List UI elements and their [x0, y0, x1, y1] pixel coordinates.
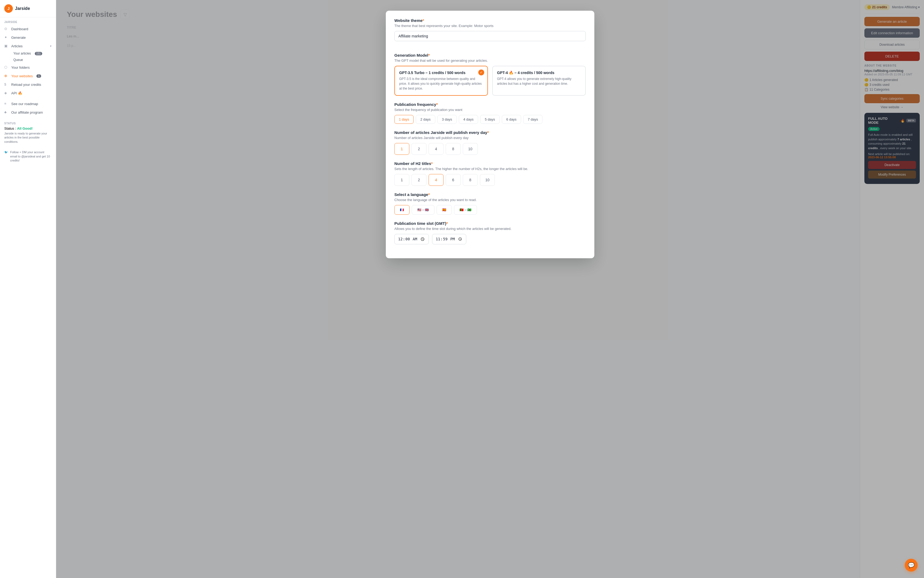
lang-label: Select a language*	[395, 192, 586, 197]
sidebar-item-roadmap[interactable]: ≡ See our roadmap	[0, 99, 56, 108]
card-title: GPT-3.5 Turbo – 1 credits / 500 words	[399, 71, 483, 75]
lang-btn-en[interactable]: 🇺🇸 – 🇬🇧	[412, 205, 434, 215]
lang-btn-es[interactable]: 🇪🇸	[437, 205, 452, 215]
h2-btn-10[interactable]: 10	[480, 174, 495, 186]
generate-icon: ✦	[4, 35, 8, 40]
flag-en: 🇺🇸 – 🇬🇧	[417, 208, 429, 212]
model-card-gpt4[interactable]: GPT-4 🔥 – 4 credits / 500 words GPT-4 al…	[492, 66, 586, 96]
sidebar-item-articles[interactable]: ▣ Articles ▾	[0, 42, 56, 50]
sidebar-item-label: Your folders	[11, 65, 30, 70]
h2-buttons: 1 2 4 6 8 10	[395, 174, 586, 186]
twitter-promo: 🐦 Follow + DM your account email to @jar…	[0, 147, 56, 166]
card-title: GPT-4 🔥 – 4 credits / 500 words	[497, 71, 581, 75]
sidebar-sub-articles: Your articles 151 Queue	[0, 50, 56, 63]
sidebar-item-label: API 🔥	[11, 91, 22, 95]
status-label-text: Status :	[4, 127, 16, 130]
chat-icon: 💬	[908, 562, 915, 568]
sidebar-item-reload-credits[interactable]: $ Reload your credits	[0, 80, 56, 89]
time-inputs	[395, 234, 586, 244]
sidebar-item-dashboard[interactable]: ⊙ Dashboard	[0, 24, 56, 33]
card-desc: GPT-3.5 is the ideal compromise between …	[399, 76, 483, 91]
sidebar-logo: J Jarside	[0, 4, 56, 17]
model-check-icon: ✓	[478, 70, 484, 75]
model-cards: GPT-3.5 Turbo – 1 credits / 500 words GP…	[395, 66, 586, 96]
language-buttons: 🇫🇷 🇺🇸 – 🇬🇧 🇪🇸 🇵🇹 – 🇧🇷	[395, 205, 586, 215]
modal-section-h2: Number of H2 titles* Sets the length of …	[395, 161, 586, 186]
status-value: All Good!	[17, 127, 33, 130]
sidebar-item-your-articles[interactable]: Your articles 151	[11, 50, 56, 57]
api-icon: ◈	[4, 91, 8, 95]
status-desc: Jarside is ready to generate your articl…	[4, 132, 52, 144]
h2-btn-4[interactable]: 4	[429, 174, 443, 186]
modal-section-model: Generation Model* The GPT model that wil…	[395, 53, 586, 96]
modal-overlay: Website theme* The theme that best repre…	[56, 0, 860, 578]
sidebar-item-label: Our affiliate program	[11, 110, 43, 114]
time-start-input[interactable]	[395, 234, 429, 244]
credits-icon: $	[4, 82, 8, 87]
sidebar-item-label: Reload your credits	[11, 83, 41, 87]
h2-btn-2[interactable]: 2	[411, 174, 426, 186]
lang-btn-fr[interactable]: 🇫🇷	[395, 205, 409, 215]
sidebar-item-affiliate[interactable]: ♣ Our affiliate program	[0, 108, 56, 117]
apd-btn-2[interactable]: 2	[411, 143, 426, 155]
affiliate-icon: ♣	[4, 110, 8, 114]
modal-section-theme: Website theme* The theme that best repre…	[395, 18, 586, 47]
status-section: STATUS Status : All Good! Jarside is rea…	[0, 119, 56, 147]
modal-preferences: Website theme* The theme that best repre…	[386, 11, 594, 258]
apd-btn-1[interactable]: 1	[395, 143, 409, 155]
h2-btn-6[interactable]: 6	[446, 174, 461, 186]
apd-btn-8[interactable]: 8	[446, 143, 461, 155]
apd-desc: Number of articles Jarside will publish …	[395, 136, 586, 140]
flag-es: 🇪🇸	[442, 208, 446, 212]
theme-label: Website theme*	[395, 18, 586, 23]
modal-section-language: Select a language* Choose the language o…	[395, 192, 586, 215]
websites-icon: ⊕	[4, 74, 8, 78]
queue-label: Queue	[13, 58, 23, 62]
h2-btn-8[interactable]: 8	[463, 174, 478, 186]
model-label: Generation Model*	[395, 53, 586, 57]
freq-label: Publication frequency*	[395, 102, 586, 107]
chat-button[interactable]: 💬	[905, 559, 918, 572]
freq-btn-7[interactable]: 7 days	[523, 115, 542, 124]
apd-btn-10[interactable]: 10	[463, 143, 478, 155]
freq-btn-5[interactable]: 5 days	[480, 115, 499, 124]
articles-icon: ▣	[4, 44, 8, 48]
theme-input[interactable]	[395, 31, 586, 41]
twitter-icon: 🐦	[4, 150, 8, 154]
time-desc: Allows you to define the time slot durin…	[395, 227, 586, 231]
sidebar-item-queue[interactable]: Queue	[11, 57, 56, 63]
main-area: Your websites ▽ TITRE Les m... 15 p... W…	[56, 0, 860, 578]
h2-desc: Sets the length of articles. The higher …	[395, 167, 586, 171]
sidebar-item-label: Generate	[11, 36, 26, 40]
sidebar-item-generate[interactable]: ✦ Generate	[0, 33, 56, 42]
apd-btn-4[interactable]: 4	[429, 143, 443, 155]
sidebar: J Jarside JARSIDE ⊙ Dashboard ✦ Generate…	[0, 0, 56, 578]
articles-badge: 151	[35, 52, 42, 55]
flag-fr: 🇫🇷	[400, 208, 404, 212]
roadmap-icon: ≡	[4, 102, 8, 106]
sidebar-item-api[interactable]: ◈ API 🔥	[0, 89, 56, 97]
time-label: Publication time slot (GMT)*	[395, 221, 586, 226]
freq-btn-3[interactable]: 3 days	[437, 115, 457, 124]
sidebar-item-folders[interactable]: ⬡ Your folders	[0, 63, 56, 71]
model-card-gpt35[interactable]: GPT-3.5 Turbo – 1 credits / 500 words GP…	[395, 66, 488, 96]
freq-btn-2[interactable]: 2 days	[416, 115, 435, 124]
freq-btn-6[interactable]: 6 days	[502, 115, 521, 124]
model-desc: The GPT model that will be used for gene…	[395, 58, 586, 63]
time-end-input[interactable]	[432, 234, 466, 244]
sidebar-item-your-websites[interactable]: ⊕ Your websites 1	[0, 71, 56, 80]
freq-desc: Select the frequency of publication you …	[395, 108, 586, 112]
freq-btn-1[interactable]: 1 days	[395, 115, 414, 124]
h2-btn-1[interactable]: 1	[395, 174, 409, 186]
brand-name: Jarside	[15, 6, 30, 11]
logo-icon: J	[4, 4, 13, 13]
your-articles-label: Your articles	[13, 52, 31, 55]
lang-btn-pt[interactable]: 🇵🇹 – 🇧🇷	[454, 205, 477, 215]
h2-label: Number of H2 titles*	[395, 161, 586, 166]
card-desc: GPT-4 allows you to generate extremely h…	[497, 76, 581, 86]
modal-section-articles-per-day: Number of articles Jarside will publish …	[395, 130, 586, 155]
freq-btn-4[interactable]: 4 days	[459, 115, 478, 124]
sidebar-item-label: Dashboard	[11, 27, 28, 31]
modal-section-frequency: Publication frequency* Select the freque…	[395, 102, 586, 124]
sidebar-item-label: See our roadmap	[11, 102, 38, 106]
